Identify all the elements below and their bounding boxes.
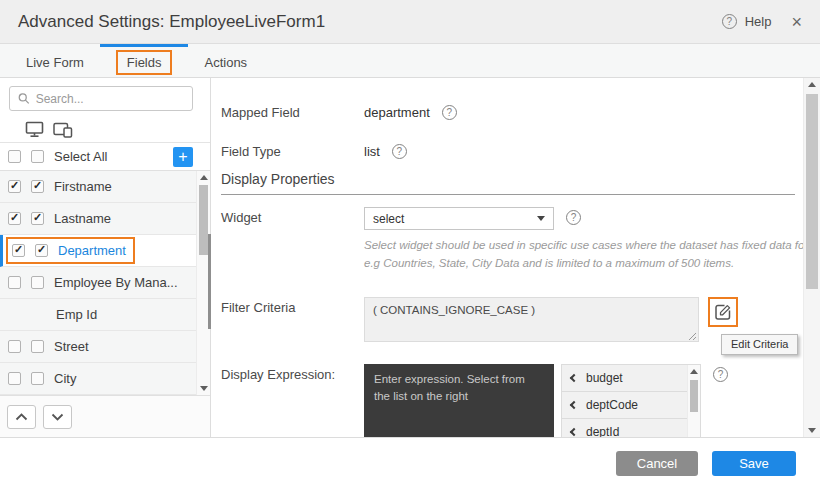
mapped-field-label: Mapped Field	[221, 102, 364, 120]
move-up-button[interactable]	[7, 405, 36, 429]
field-row-firstname[interactable]: Firstname	[0, 171, 196, 203]
widget-label: Widget	[221, 207, 364, 225]
move-down-button[interactable]	[43, 405, 72, 429]
checkbox-mobile[interactable]	[31, 180, 44, 193]
filter-criteria-row: Filter Criteria ( CONTAINS_IGNORE_CASE )	[221, 297, 803, 346]
scrollbar-thumb[interactable]	[690, 380, 698, 412]
field-type-value: list	[364, 141, 380, 159]
display-expression-row: Display Expression: budget	[221, 364, 803, 437]
fields-tab-highlight-box: Fields	[116, 50, 173, 75]
field-row-emp-id[interactable]: Emp Id	[0, 299, 196, 331]
edit-criteria-highlight-box	[708, 297, 738, 327]
help-icon[interactable]: ?	[722, 14, 737, 29]
advanced-settings-dialog: Advanced Settings: EmployeeLiveForm1 ? H…	[0, 0, 820, 489]
title-bar: Advanced Settings: EmployeeLiveForm1 ? H…	[0, 0, 820, 44]
field-label: City	[54, 371, 76, 386]
fields-list: Firstname Lastname Department	[0, 171, 210, 396]
checkbox-mobile[interactable]	[31, 340, 44, 353]
display-expression-label: Display Expression:	[221, 364, 364, 382]
filter-criteria-label: Filter Criteria	[221, 297, 364, 315]
widget-select[interactable]: select	[364, 207, 554, 230]
field-type-help-icon[interactable]: ?	[392, 144, 407, 159]
add-field-button[interactable]: +	[173, 147, 193, 167]
main-panel-scrollbar[interactable]	[803, 78, 820, 437]
filter-criteria-textarea[interactable]: ( CONTAINS_IGNORE_CASE )	[364, 297, 699, 342]
mobile-devices-icon[interactable]	[53, 122, 73, 138]
expression-list-scrollbar[interactable]	[687, 365, 700, 437]
field-row-employee-by-manager[interactable]: Employee By Mana...	[0, 267, 196, 299]
checkbox-desktop[interactable]	[12, 244, 25, 257]
dialog-footer: Cancel Save	[0, 437, 820, 488]
content-area: Select All + Firstname Lastname	[0, 78, 820, 437]
field-row-street[interactable]: Street	[0, 331, 196, 363]
field-row-city[interactable]: City	[0, 363, 196, 395]
chevron-left-icon	[570, 400, 578, 408]
panel-splitter-handle[interactable]	[208, 234, 211, 329]
option-label: deptCode	[586, 398, 638, 412]
search-input[interactable]	[36, 92, 184, 106]
checkbox-desktop[interactable]	[8, 212, 21, 225]
widget-row: Widget select ?	[221, 207, 803, 230]
checkbox-desktop[interactable]	[8, 276, 21, 289]
checkbox-desktop[interactable]	[8, 340, 21, 353]
chevron-up-icon	[15, 413, 28, 421]
select-all-row[interactable]: Select All +	[0, 143, 210, 171]
checkbox-mobile[interactable]	[35, 244, 48, 257]
chevron-left-icon	[570, 427, 578, 435]
option-label: budget	[586, 371, 623, 385]
field-type-row: Field Type list ?	[221, 141, 803, 159]
checkbox-mobile[interactable]	[31, 212, 44, 225]
field-row-lastname[interactable]: Lastname	[0, 203, 196, 235]
dropdown-caret-icon	[537, 216, 545, 221]
scroll-down-icon[interactable]	[200, 386, 208, 391]
field-properties-panel: Mapped Field department ? Field Type lis…	[211, 78, 820, 437]
tab-fields[interactable]: Fields	[100, 44, 189, 77]
tab-actions[interactable]: Actions	[188, 44, 263, 77]
checkbox-desktop[interactable]	[8, 372, 21, 385]
desktop-icon[interactable]	[25, 121, 44, 138]
edit-criteria-tooltip: Edit Criteria	[721, 334, 798, 355]
scrollbar-thumb[interactable]	[199, 185, 208, 255]
close-icon[interactable]: ×	[791, 13, 802, 31]
tab-live-form-label: Live Form	[26, 55, 84, 70]
field-row-department[interactable]: Department	[0, 235, 196, 267]
chevron-down-icon	[51, 413, 64, 421]
field-type-label: Field Type	[221, 141, 364, 159]
tab-live-form[interactable]: Live Form	[10, 44, 100, 77]
display-expression-textarea[interactable]	[364, 364, 554, 437]
field-label: Department	[58, 243, 126, 258]
mapped-field-help-icon[interactable]: ?	[442, 105, 457, 120]
chevron-left-icon	[570, 373, 578, 381]
tab-fields-label: Fields	[127, 55, 162, 70]
select-all-checkbox-desktop[interactable]	[8, 150, 21, 163]
field-label: Lastname	[54, 211, 111, 226]
expression-option-budget[interactable]: budget	[562, 365, 687, 392]
scroll-up-icon[interactable]	[808, 82, 816, 87]
scroll-down-icon[interactable]	[808, 428, 816, 433]
scrollbar-thumb[interactable]	[806, 94, 818, 289]
scroll-up-icon[interactable]	[200, 175, 208, 180]
expression-option-deptid[interactable]: deptId	[562, 419, 687, 437]
field-label: Employee By Mana...	[54, 275, 178, 290]
tab-bar: Live Form Fields Actions	[0, 44, 820, 78]
widget-hint-text: Select widget should be used in specific…	[364, 237, 803, 273]
field-label: Street	[54, 339, 89, 354]
select-all-checkbox-mobile[interactable]	[31, 150, 44, 163]
cancel-button[interactable]: Cancel	[616, 451, 698, 476]
field-label: Emp Id	[56, 307, 97, 322]
widget-help-icon[interactable]: ?	[566, 210, 581, 225]
edit-criteria-button[interactable]	[711, 300, 735, 324]
checkbox-mobile[interactable]	[31, 372, 44, 385]
checkbox-mobile[interactable]	[31, 276, 44, 289]
field-order-controls	[0, 396, 210, 437]
tab-actions-label: Actions	[204, 55, 247, 70]
expression-field-list: budget deptCode deptId	[561, 364, 701, 437]
display-properties-heading: Display Properties	[221, 171, 795, 195]
display-expression-help-icon[interactable]: ?	[713, 367, 728, 382]
save-button[interactable]: Save	[712, 451, 796, 476]
expression-option-deptcode[interactable]: deptCode	[562, 392, 687, 419]
checkbox-desktop[interactable]	[8, 180, 21, 193]
scroll-up-icon[interactable]	[690, 369, 698, 374]
help-label[interactable]: Help	[745, 14, 772, 29]
search-icon	[18, 92, 30, 105]
